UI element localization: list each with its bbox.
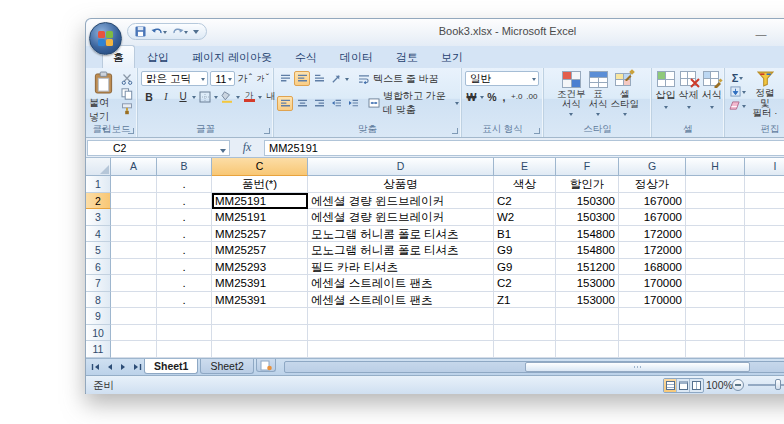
bottom-align-icon[interactable]	[311, 71, 327, 86]
row-header-9[interactable]: 9	[86, 308, 111, 325]
cell-F9[interactable]	[556, 308, 619, 325]
cell-C10[interactable]	[212, 325, 308, 342]
conditional-formatting-caret[interactable]	[569, 113, 573, 118]
cell-A4[interactable]	[111, 226, 157, 243]
cell-A5[interactable]	[111, 242, 157, 259]
page-layout-view-button[interactable]	[677, 379, 690, 392]
cell-B1[interactable]: .	[157, 176, 212, 193]
format-as-table-button[interactable]: 표서식	[589, 71, 608, 118]
tab-data[interactable]: 데이터	[329, 45, 384, 68]
cell-C7[interactable]: MM25391	[212, 275, 308, 292]
wrap-text-label[interactable]: 텍스트 줄 바꿈	[373, 72, 439, 86]
horizontal-scrollbar-thumb[interactable]	[525, 362, 750, 372]
insert-cells-caret[interactable]	[664, 106, 668, 111]
cell-H5[interactable]	[686, 242, 745, 259]
redo-dropdown-caret[interactable]	[184, 31, 188, 36]
cell-B4[interactable]: .	[157, 226, 212, 243]
column-header-A[interactable]: A	[111, 158, 157, 176]
cell-D3[interactable]: 에센셜 경량 윈드브레이커	[308, 209, 494, 226]
cell-H6[interactable]	[686, 259, 745, 276]
cut-icon[interactable]	[120, 72, 135, 85]
cell-E2[interactable]: C2	[494, 193, 556, 210]
page-break-view-button[interactable]	[690, 379, 703, 392]
column-header-H[interactable]: H	[686, 158, 745, 176]
cell-A1[interactable]	[111, 176, 157, 193]
cell-B6[interactable]: .	[157, 259, 212, 276]
cell-E7[interactable]: C2	[494, 275, 556, 292]
percent-button[interactable]: %	[486, 89, 498, 104]
column-header-G[interactable]: G	[619, 158, 686, 176]
shrink-font-button[interactable]: 가ˇ	[255, 71, 271, 86]
autosum-button[interactable]: Σ	[728, 71, 747, 84]
formula-input[interactable]: MM25191	[264, 140, 784, 156]
cell-E9[interactable]	[494, 308, 556, 325]
cell-H4[interactable]	[686, 226, 745, 243]
cell-E4[interactable]: B1	[494, 226, 556, 243]
cell-C5[interactable]: MM25257	[212, 242, 308, 259]
cell-C11[interactable]	[212, 341, 308, 358]
cell-D7[interactable]: 에센셜 스트레이트 팬츠	[308, 275, 494, 292]
cell-D1[interactable]: 상품명	[308, 176, 494, 193]
cell-G5[interactable]: 172000	[619, 242, 686, 259]
cell-F5[interactable]: 154800	[556, 242, 619, 259]
font-color-caret[interactable]	[258, 96, 262, 101]
tab-insert[interactable]: 삽입	[136, 45, 180, 68]
cell-I8[interactable]	[745, 292, 784, 309]
cell-F2[interactable]: 150300	[556, 193, 619, 210]
cell-E1[interactable]: 색상	[494, 176, 556, 193]
row-header-11[interactable]: 11	[86, 341, 111, 358]
align-left-icon[interactable]	[277, 96, 293, 111]
column-header-E[interactable]: E	[494, 158, 556, 176]
first-sheet-button[interactable]	[88, 359, 102, 375]
row-header-5[interactable]: 5	[86, 242, 111, 259]
cell-A7[interactable]	[111, 275, 157, 292]
redo-button[interactable]	[172, 27, 188, 36]
fill-button[interactable]	[728, 85, 747, 98]
undo-button[interactable]	[151, 27, 167, 36]
cell-D6[interactable]: 필드 카라 티셔츠	[308, 259, 494, 276]
next-sheet-button[interactable]	[116, 359, 130, 375]
copy-icon[interactable]	[120, 87, 135, 100]
column-header-B[interactable]: B	[157, 158, 212, 176]
cell-I11[interactable]	[745, 341, 784, 358]
cell-F8[interactable]: 153000	[556, 292, 619, 309]
horizontal-scrollbar[interactable]	[284, 361, 784, 373]
cell-D9[interactable]	[308, 308, 494, 325]
zoom-slider-thumb[interactable]	[775, 379, 781, 390]
cell-D5[interactable]: 모노그램 허니콤 폴로 티셔츠	[308, 242, 494, 259]
cell-D11[interactable]	[308, 341, 494, 358]
cell-H11[interactable]	[686, 341, 745, 358]
cell-H9[interactable]	[686, 308, 745, 325]
font-dialog-launcher[interactable]	[264, 128, 270, 134]
sheet-tab-sheet1[interactable]: Sheet1	[144, 359, 198, 374]
name-box[interactable]: C2	[87, 140, 230, 156]
sort-filter-button[interactable]: 정렬 및필터 ·	[750, 71, 780, 118]
format-cells-caret[interactable]	[710, 106, 714, 111]
increase-indent-icon[interactable]	[345, 96, 361, 111]
cell-B7[interactable]: .	[157, 275, 212, 292]
orientation-caret[interactable]	[345, 78, 349, 83]
cell-A6[interactable]	[111, 259, 157, 276]
save-icon[interactable]	[135, 26, 146, 37]
cell-H10[interactable]	[686, 325, 745, 342]
cell-B11[interactable]	[157, 341, 212, 358]
number-dialog-launcher[interactable]	[534, 128, 540, 134]
delete-cells-caret[interactable]	[687, 106, 691, 111]
cell-I1[interactable]	[745, 176, 784, 193]
format-as-table-caret[interactable]	[596, 113, 600, 118]
cell-B5[interactable]: .	[157, 242, 212, 259]
cell-G11[interactable]	[619, 341, 686, 358]
qat-customize-caret[interactable]	[193, 30, 199, 37]
cell-G2[interactable]: 167000	[619, 193, 686, 210]
conditional-formatting-button[interactable]: 조건부서식	[557, 71, 586, 118]
cell-styles-button[interactable]: 셀스타일	[611, 71, 640, 118]
comma-button[interactable]: ,	[500, 89, 508, 104]
row-header-10[interactable]: 10	[86, 325, 111, 342]
delete-cells-button[interactable]: 삭제	[679, 71, 699, 111]
wrap-text-button[interactable]	[356, 71, 372, 86]
cell-G4[interactable]: 172000	[619, 226, 686, 243]
clipboard-dialog-launcher[interactable]	[128, 128, 134, 134]
column-header-D[interactable]: D	[308, 158, 494, 176]
insert-worksheet-button[interactable]	[256, 359, 276, 372]
cell-E6[interactable]: G9	[494, 259, 556, 276]
